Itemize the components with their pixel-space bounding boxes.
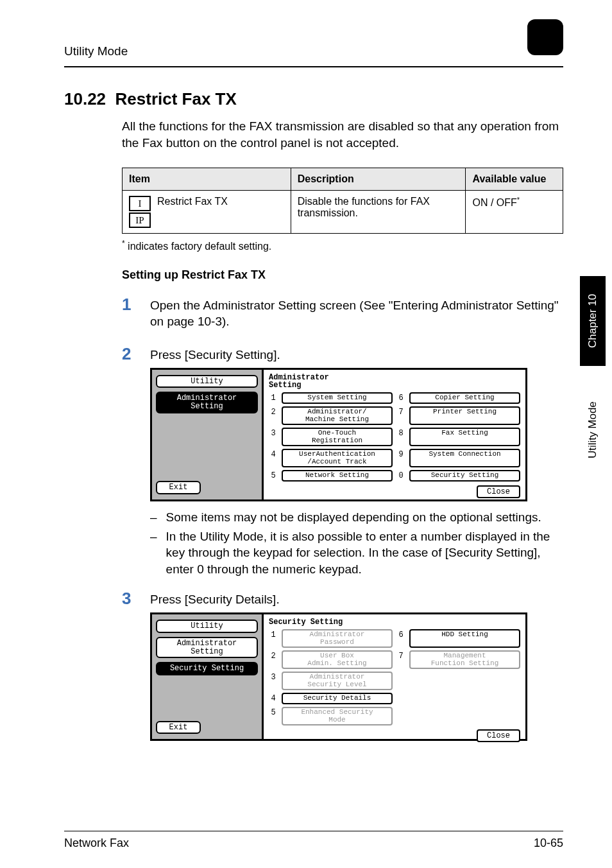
utility-pill[interactable]: Utility: [156, 375, 258, 388]
admin-setting-pill-2[interactable]: Administrator Setting: [156, 637, 258, 658]
btn-security-details[interactable]: Security Details: [282, 693, 393, 704]
btn-printer-setting[interactable]: Printer Setting: [409, 406, 520, 425]
btn-user-auth[interactable]: UserAuthentication /Account Track: [282, 449, 393, 467]
btn-copier-setting[interactable]: Copier Setting: [409, 392, 520, 404]
th-description: Description: [291, 168, 466, 191]
btn-one-touch[interactable]: One-Touch Registration: [282, 428, 393, 446]
section-intro: All the functions for the FAX transmissi…: [122, 118, 563, 151]
admin-setting-screen: Utility Administrator Setting Exit Admin…: [150, 368, 527, 501]
btn-user-box-admin[interactable]: User Box Admin. Setting: [282, 650, 393, 669]
step-text-1: Open the Administrator Setting screen (S…: [150, 295, 563, 330]
admin-setting-pill[interactable]: Administrator Setting: [156, 392, 258, 413]
step-number-3: 3: [122, 589, 137, 609]
btn-enhanced-security[interactable]: Enhanced Security Mode: [282, 707, 393, 725]
breadcrumb: Utility Mode: [64, 44, 128, 58]
side-tab-chapter: Chapter 10: [580, 276, 606, 366]
btn-security-setting[interactable]: Security Setting: [409, 470, 520, 482]
exit-button[interactable]: Exit: [156, 481, 201, 494]
security-setting-pill[interactable]: Security Setting: [156, 662, 258, 675]
btn-fax-setting[interactable]: Fax Setting: [409, 428, 520, 446]
step-text-2: Press [Security Setting].: [150, 344, 563, 363]
btn-admin-machine[interactable]: Administrator/ Machine Setting: [282, 406, 393, 425]
btn-admin-password[interactable]: Administrator Password: [282, 629, 393, 648]
security-setting-screen: Utility Administrator Setting Security S…: [150, 612, 527, 741]
header-rule: [64, 66, 563, 67]
page-footer: Network Fax 10-65: [64, 831, 563, 850]
btn-network-setting[interactable]: Network Setting: [282, 470, 393, 482]
icon-ip: IP: [129, 213, 151, 228]
setup-heading: Setting up Restrict Fax TX: [122, 268, 563, 282]
step-text-3: Press [Security Details].: [150, 589, 563, 608]
close-button-2[interactable]: Close: [477, 729, 520, 742]
btn-mgmt-function[interactable]: Management Function Setting: [409, 650, 520, 669]
note-2: –In the Utility Mode, it is also possibl…: [150, 528, 563, 578]
screen-title-2: Security Setting: [269, 618, 520, 627]
item-value: ON / OFF*: [466, 191, 563, 234]
side-tab: Chapter 10 Utility Mode: [580, 276, 606, 494]
side-tab-title: Utility Mode: [580, 366, 606, 494]
close-button[interactable]: Close: [477, 485, 520, 498]
screen-title: Administrator Setting: [269, 374, 520, 390]
table-footnote: * indicates factory default setting.: [122, 239, 563, 252]
th-item: Item: [123, 168, 291, 191]
section-heading: 10.22 Restrict Fax TX: [64, 89, 563, 109]
btn-system-setting[interactable]: System Setting: [282, 392, 393, 404]
footer-left: Network Fax: [64, 837, 129, 850]
settings-table: Item Description Available value I IP Re…: [122, 168, 563, 234]
btn-admin-sec-level[interactable]: Administrator Security Level: [282, 672, 393, 690]
exit-button-2[interactable]: Exit: [156, 721, 201, 734]
utility-pill-2[interactable]: Utility: [156, 620, 258, 633]
item-description: Disable the functions for FAX transmissi…: [291, 191, 466, 234]
item-name: Restrict Fax TX: [157, 196, 228, 207]
step-number-2: 2: [122, 344, 137, 364]
btn-hdd-setting[interactable]: HDD Setting: [409, 629, 520, 648]
table-row: I IP Restrict Fax TX Disable the functio…: [123, 191, 563, 234]
icon-i: I: [129, 196, 151, 211]
note-1: –Some items may not be displayed dependi…: [150, 509, 563, 526]
btn-system-connection[interactable]: System Connection: [409, 449, 520, 467]
step-number-1: 1: [122, 295, 137, 315]
footer-right: 10-65: [534, 837, 563, 850]
chapter-number-badge: 10: [527, 19, 563, 55]
th-value: Available value: [466, 168, 563, 191]
